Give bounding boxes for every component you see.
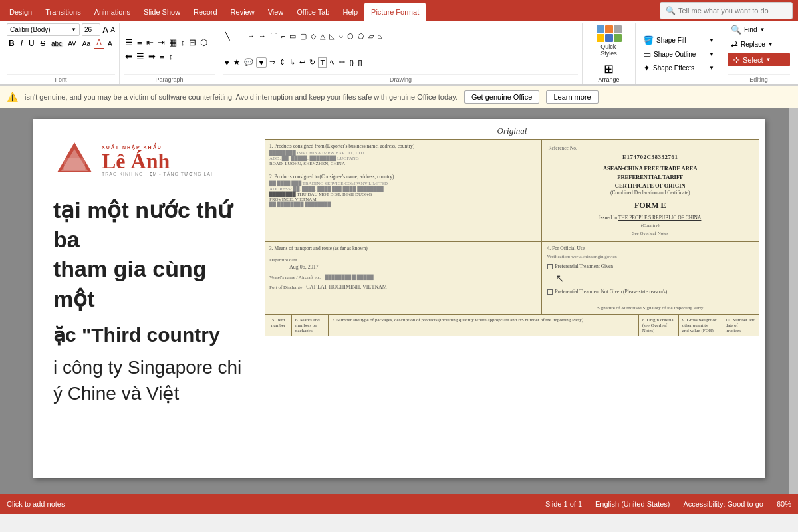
replace-btn[interactable]: ⇄ Replace ▼ bbox=[728, 38, 790, 51]
right-scrollbar[interactable] bbox=[789, 108, 798, 494]
tab-officetab[interactable]: Office Tab bbox=[290, 3, 336, 21]
tab-animations[interactable]: Animations bbox=[88, 3, 137, 21]
shape-effects-dropdown[interactable]: ▼ bbox=[709, 65, 714, 71]
shape-bracket[interactable]: [] bbox=[357, 58, 364, 67]
tab-pictureformat[interactable]: Picture Format bbox=[364, 3, 426, 21]
strikethrough-button[interactable]: S bbox=[39, 39, 47, 48]
find-btn[interactable]: 🔍 Find ▼ bbox=[728, 23, 790, 36]
slide: XUẤT NHẬP KHẨU Lê Ánh TRAO KINH NGHIỆM -… bbox=[33, 119, 765, 478]
justify-btn[interactable]: ≡ bbox=[158, 50, 166, 63]
cursor-icon: ↖ bbox=[555, 273, 564, 284]
shape-fill-dropdown[interactable]: ▼ bbox=[709, 37, 714, 43]
italic-button[interactable]: I bbox=[19, 38, 25, 49]
select-btn[interactable]: ⊹ Select ▼ bbox=[728, 53, 790, 66]
shape-triangle[interactable]: △ bbox=[319, 31, 327, 41]
cert-cursor-area: ↖ bbox=[555, 272, 753, 285]
columns-btn[interactable]: ▦ bbox=[168, 36, 178, 49]
underline-button[interactable]: U bbox=[27, 38, 37, 49]
shape-arrow[interactable]: → bbox=[246, 31, 256, 41]
shape-text-box[interactable]: T bbox=[318, 57, 327, 68]
search-bar[interactable]: 🔍 bbox=[660, 2, 793, 19]
le-anh-icon bbox=[53, 139, 96, 182]
shape-brace[interactable]: {} bbox=[348, 58, 355, 67]
shape-uturn[interactable]: ↩ bbox=[298, 57, 307, 67]
zoom-level[interactable]: 60% bbox=[777, 500, 791, 508]
numbering-btn[interactable]: ≡ bbox=[136, 36, 144, 49]
arrange-btn[interactable]: ⊞ Arrange bbox=[594, 61, 623, 84]
line-spacing-btn[interactable]: ↕ bbox=[168, 50, 175, 63]
shape-freeform[interactable]: ✏ bbox=[338, 57, 346, 67]
shape-connector[interactable]: ⌐ bbox=[280, 31, 287, 41]
shape-more[interactable]: ▼ bbox=[256, 57, 267, 68]
shape-pentarrow[interactable]: ⇒ bbox=[268, 57, 277, 67]
arrange-label: Arrange bbox=[598, 76, 619, 83]
shape-rounded-rect[interactable]: ▢ bbox=[299, 31, 308, 41]
bullets-btn[interactable]: ☰ bbox=[124, 36, 134, 49]
font-size-selector[interactable]: 26 bbox=[82, 23, 100, 36]
font-dropdown-icon[interactable]: ▼ bbox=[71, 27, 76, 33]
shape-format-group: 🪣 Shape Fill ▼ ▭ Shape Outline ▼ ✦ Shape… bbox=[636, 23, 722, 84]
font-grow-btn[interactable]: A bbox=[102, 25, 108, 35]
find-dropdown[interactable]: ▼ bbox=[759, 27, 765, 33]
align-left-btn[interactable]: ⬅ bbox=[124, 50, 134, 63]
slide-text-3: ặc "Third country bbox=[53, 321, 246, 349]
bold-button[interactable]: B bbox=[7, 38, 17, 49]
tab-help[interactable]: Help bbox=[336, 3, 364, 21]
shape-heart[interactable]: ♥ bbox=[223, 58, 231, 67]
shape-trapezoid[interactable]: ⏢ bbox=[376, 31, 384, 41]
select-icon: ⊹ bbox=[733, 55, 740, 65]
cert-preferential1-row: Preferential Treatment Given bbox=[547, 263, 753, 269]
select-dropdown[interactable]: ▼ bbox=[766, 57, 771, 63]
shape-callout[interactable]: 💬 bbox=[243, 57, 255, 67]
shape-outline-dropdown[interactable]: ▼ bbox=[709, 51, 714, 57]
align-right-btn[interactable]: ➡ bbox=[147, 50, 157, 63]
shape-octagon[interactable]: ⬠ bbox=[356, 31, 366, 41]
learn-more-btn[interactable]: Learn more bbox=[546, 90, 598, 104]
align-center-btn[interactable]: ☰ bbox=[135, 50, 146, 63]
shape-parallelogram[interactable]: ▱ bbox=[367, 31, 375, 41]
tab-slideshow[interactable]: Slide Show bbox=[137, 3, 187, 21]
notes-hint[interactable]: Click to add notes bbox=[7, 500, 65, 508]
shape-rect[interactable]: ▭ bbox=[288, 31, 297, 41]
text-direction-btn[interactable]: ↕ bbox=[180, 36, 187, 49]
shape-rtriangle[interactable]: ◺ bbox=[328, 31, 336, 41]
tab-record[interactable]: Record bbox=[187, 3, 223, 21]
shadow-button[interactable]: abc bbox=[49, 39, 64, 48]
tab-transitions[interactable]: Transitions bbox=[39, 3, 87, 21]
char-spacing-btn[interactable]: AV bbox=[66, 39, 78, 48]
shape-circular[interactable]: ↻ bbox=[308, 57, 317, 67]
decrease-indent-btn[interactable]: ⇤ bbox=[145, 36, 155, 49]
quick-styles-btn[interactable]: QuickStyles bbox=[593, 23, 626, 59]
search-input[interactable] bbox=[678, 7, 785, 15]
case-btn[interactable]: Aa bbox=[80, 39, 92, 48]
shape-dbl-arrow[interactable]: ↔ bbox=[257, 31, 267, 41]
increase-indent-btn[interactable]: ⇥ bbox=[156, 36, 166, 49]
shape-line-diag[interactable]: ╲ bbox=[223, 31, 232, 42]
get-genuine-btn[interactable]: Get genuine Office bbox=[464, 90, 540, 104]
font-color-btn[interactable]: A bbox=[94, 37, 104, 49]
quick-styles-icon bbox=[597, 25, 622, 42]
shape-line[interactable]: — bbox=[233, 31, 245, 41]
shape-ellipse[interactable]: ○ bbox=[337, 31, 344, 41]
shape-effects-btn[interactable]: ✦ Shape Effects ▼ bbox=[641, 62, 716, 74]
shape-outline-btn[interactable]: ▭ Shape Outline ▼ bbox=[641, 48, 716, 61]
shape-bent-arrow[interactable]: ↳ bbox=[288, 57, 297, 67]
tab-view[interactable]: View bbox=[261, 3, 291, 21]
shape-hexagon[interactable]: ⬡ bbox=[346, 31, 355, 41]
para-tools: ☰ ≡ ⇤ ⇥ ▦ ↕ ⊟ ⬡ ⬅ ☰ ➡ ≡ ↕ bbox=[124, 23, 215, 74]
tab-review[interactable]: Review bbox=[224, 3, 261, 21]
tab-design[interactable]: Design bbox=[3, 3, 39, 21]
shape-curve[interactable]: ⌒ bbox=[269, 31, 279, 42]
shape-updown-arrow[interactable]: ⇕ bbox=[278, 57, 287, 67]
font-shrink-btn[interactable]: A bbox=[110, 27, 115, 33]
ribbon-tab-bar: Design Transitions Animations Slide Show… bbox=[0, 0, 798, 21]
shape-star[interactable]: ★ bbox=[232, 57, 241, 67]
font-selector[interactable]: Calibri (Body) ▼ bbox=[7, 23, 80, 36]
replace-dropdown[interactable]: ▼ bbox=[768, 41, 773, 47]
shape-fill-btn[interactable]: 🪣 Shape Fill ▼ bbox=[641, 34, 716, 47]
shape-squiggle[interactable]: ∿ bbox=[328, 57, 336, 67]
clear-format-btn[interactable]: A bbox=[106, 39, 114, 48]
shape-diamond[interactable]: ◇ bbox=[309, 31, 317, 41]
smart-art-btn[interactable]: ⬡ bbox=[199, 36, 209, 49]
align-text-btn[interactable]: ⊟ bbox=[188, 36, 198, 49]
